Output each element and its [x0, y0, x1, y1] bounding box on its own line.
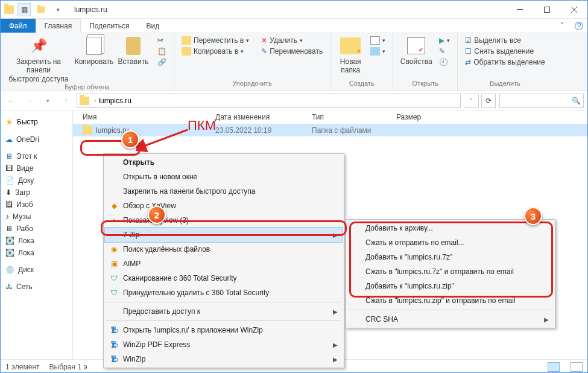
history-button[interactable]: 🕘 [437, 57, 452, 67]
submenu-item-crc-sha[interactable]: CRC SHA▶ [347, 312, 554, 327]
delete-button[interactable]: ✕Удалить▾ [259, 36, 325, 45]
history-dropdown[interactable]: ˅ [464, 94, 479, 108]
chevron-down-icon: ▾ [241, 48, 244, 54]
move-to-button[interactable]: Переместить в▾ [179, 36, 251, 45]
close-button[interactable] [560, 1, 587, 19]
menu-item-honeyview[interactable]: ●Показать eyview (3) [105, 213, 343, 228]
qat-properties-icon[interactable]: ▦ [17, 3, 31, 16]
navigation-sidebar[interactable]: ★Быстр ☁OneDri 🖥Этот к 🎞Виде 📄Доку ⬇Загр… [1, 110, 73, 359]
search-deleted-icon: ◉ [109, 245, 119, 253]
window-controls [506, 1, 587, 19]
submenu-7zip: Добавить к архиву... Сжать и отправить п… [346, 219, 555, 328]
tab-view[interactable]: Вид [138, 19, 168, 33]
ribbon-collapse-button[interactable]: ˄ [554, 19, 571, 33]
menu-separator [106, 320, 341, 321]
paste-button[interactable]: Вставить [116, 36, 150, 66]
copy-to-button[interactable]: Копировать в▾ [179, 46, 251, 56]
annotation-callout-3: 3 [524, 207, 542, 225]
view-large-button[interactable] [571, 362, 583, 372]
sidebar-item-documents[interactable]: 📄Доку [1, 174, 72, 186]
menu-item-winzip-pdf[interactable]: 🗜WinZip PDF Express▶ [105, 337, 343, 352]
submenu-item-compress-7z-email[interactable]: Сжать в "lumpics.ru.7z" и отправить по e… [347, 264, 554, 279]
qat-new-folder-icon[interactable] [34, 3, 48, 16]
sidebar-item-label: Диск [18, 266, 34, 274]
open-with-button[interactable]: ▶▾ [437, 36, 452, 45]
submenu-item-compress-zip-email[interactable]: Сжать в "lumpics.ru.zip" и отправить по … [347, 293, 554, 308]
paste-shortcut-button[interactable]: 🔗 [155, 57, 169, 67]
menu-item-search-deleted[interactable]: ◉Поиск удалённых файлов [105, 242, 343, 257]
invert-selection-button[interactable]: ⇄Обратить выделение [463, 57, 548, 67]
rename-icon: ✎ [261, 47, 267, 56]
qat-dropdown-icon[interactable]: ▾ [51, 3, 65, 16]
view-details-button[interactable] [548, 362, 560, 372]
sidebar-item-cd[interactable]: 💿Диск [1, 264, 72, 276]
menu-item-scan-360[interactable]: 🛡Сканирование с 360 Total Security [105, 271, 343, 285]
rename-button[interactable]: ✎Переименовать [259, 46, 325, 56]
tab-share[interactable]: Поделиться [81, 19, 138, 33]
edit-button[interactable]: ✎ [437, 46, 452, 56]
submenu-item-add-7z[interactable]: Добавить к "lumpics.ru.7z" [347, 250, 554, 264]
sidebar-item-music[interactable]: ♪Музы [1, 211, 72, 223]
help-button[interactable]: ? [571, 19, 587, 33]
sidebar-item-this-pc[interactable]: 🖥Этот к [1, 150, 72, 162]
tab-home[interactable]: Главная [36, 19, 81, 33]
help-icon: ? [575, 22, 583, 30]
column-type[interactable]: Тип [312, 113, 396, 121]
menu-item-winzip[interactable]: 🗜WinZip▶ [105, 352, 343, 366]
pin-button[interactable]: 📌 Закрепить на панели быстрого доступа [5, 36, 72, 83]
minimize-icon [517, 9, 523, 10]
copy-button[interactable]: Копировать [74, 36, 114, 66]
menu-item-aimp[interactable]: ▣AIMP [105, 257, 343, 271]
honeyview-icon: ● [109, 216, 119, 225]
sidebar-item-quick-access[interactable]: ★Быстр [1, 115, 72, 129]
window-title: lumpics.ru [68, 5, 506, 14]
menu-item-7zip[interactable]: 7-Zip▶ [105, 228, 343, 242]
chevron-down-icon: ▾ [382, 48, 385, 54]
select-none-button[interactable]: ☐Снять выделение [463, 46, 548, 56]
sidebar-item-disk-c[interactable]: 💽Лока [1, 235, 72, 247]
new-folder-button[interactable]: Новая папка [335, 36, 365, 75]
up-button[interactable]: ↑ [58, 94, 73, 108]
easy-access-button[interactable]: ▾ [368, 46, 388, 56]
tab-file[interactable]: Файл [1, 19, 36, 33]
sidebar-item-onedrive[interactable]: ☁OneDri [1, 133, 72, 145]
sidebar-item-label: Загр [15, 188, 30, 197]
copy-path-button[interactable]: 📋 [155, 46, 169, 56]
refresh-button[interactable]: ⟳ [481, 94, 496, 108]
cut-button[interactable]: ✂ [155, 36, 169, 45]
menu-item-open[interactable]: Открыть [105, 155, 343, 170]
new-item-button[interactable]: ▾ [368, 36, 388, 45]
menu-item-grant-access[interactable]: Предоставить доступ к▶ [105, 304, 343, 319]
sidebar-item-downloads[interactable]: ⬇Загр [1, 186, 72, 199]
column-size[interactable]: Размер [396, 113, 444, 121]
chevron-down-icon: ▾ [447, 37, 450, 43]
minimize-button[interactable] [506, 1, 533, 19]
sidebar-item-disk-d[interactable]: 💽Лока [1, 247, 72, 259]
menu-item-open-new-window[interactable]: Открыть в новом окне [105, 170, 343, 184]
column-headers[interactable]: Имя Дата изменения Тип Размер [73, 110, 587, 124]
properties-button[interactable]: Свойства [398, 36, 434, 66]
breadcrumb-current[interactable]: lumpics.ru [98, 97, 131, 105]
breadcrumb[interactable]: › lumpics.ru [77, 94, 461, 108]
back-button[interactable]: ← [4, 94, 19, 108]
submenu-item-compress-email[interactable]: Сжать и отправить по email... [347, 235, 554, 250]
sidebar-item-network[interactable]: 🖧Сеть [1, 281, 72, 293]
chevron-right-icon[interactable]: › [94, 97, 96, 104]
menu-item-xnview[interactable]: ◆Обзор с XnView [105, 199, 343, 213]
cut-icon: ✂ [157, 36, 163, 45]
menu-item-open-winzip[interactable]: 🗜Открыть 'lumpics.ru' в приложении WinZi… [105, 323, 343, 337]
sidebar-item-videos[interactable]: 🎞Виде [1, 162, 72, 174]
recent-button[interactable]: ▾ [40, 94, 55, 108]
search-input[interactable]: 🔍 [499, 94, 584, 108]
menu-item-force-delete-360[interactable]: 🛡Принудительно удалить с 360 Total Secur… [105, 285, 343, 300]
submenu-item-add-zip[interactable]: Добавить к "lumpics.ru.zip" [347, 279, 554, 293]
select-all-button[interactable]: ☑Выделить все [463, 36, 548, 45]
sidebar-item-images[interactable]: 🖼Изоб [1, 199, 72, 211]
forward-button[interactable]: → [22, 94, 37, 108]
menu-item-pin-quick-access[interactable]: Закрепить на панели быстрого доступа [105, 184, 343, 199]
submenu-item-add-archive[interactable]: Добавить к архиву... [347, 221, 554, 235]
column-date[interactable]: Дата изменения [215, 113, 312, 121]
maximize-button[interactable] [533, 1, 560, 19]
sidebar-item-desktop[interactable]: 🖥Рабо [1, 223, 72, 235]
search-icon: 🔍 [572, 97, 581, 105]
